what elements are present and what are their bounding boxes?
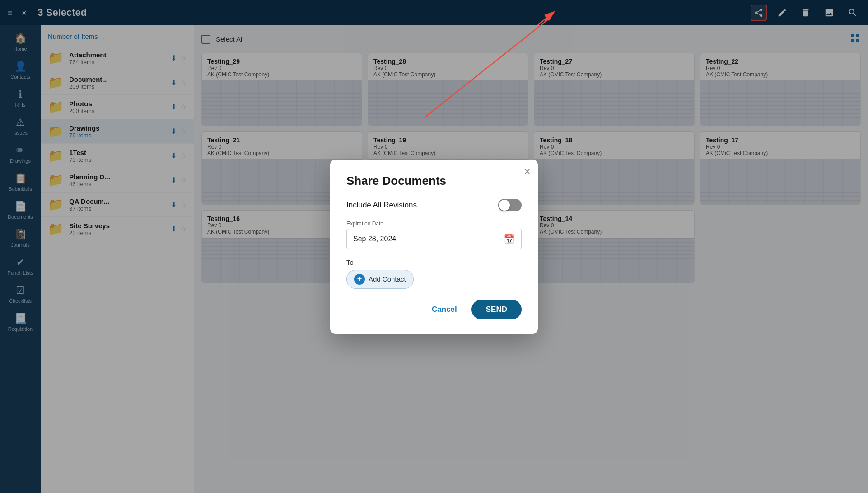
modal-title: Share Documents xyxy=(346,174,522,188)
expiration-date-field[interactable]: Sep 28, 2024 📅 xyxy=(346,229,522,249)
modal-close-button[interactable]: ✕ xyxy=(524,167,531,177)
to-section: To + Add Contact xyxy=(346,258,522,289)
include-all-revisions-row: Include All Revisions xyxy=(346,199,522,211)
add-contact-button[interactable]: + Add Contact xyxy=(346,270,414,289)
send-button[interactable]: SEND xyxy=(471,300,522,319)
to-label: To xyxy=(346,258,522,266)
expiration-date-container: Expiration Date Sep 28, 2024 📅 xyxy=(346,221,522,249)
add-contact-label: Add Contact xyxy=(369,275,406,283)
toggle-knob xyxy=(499,200,510,211)
expiration-date-label: Expiration Date xyxy=(346,221,522,227)
include-all-revisions-toggle[interactable] xyxy=(498,199,522,211)
modal-actions: Cancel SEND xyxy=(346,300,522,319)
expiration-date-value: Sep 28, 2024 xyxy=(353,235,396,243)
share-documents-modal: ✕ Share Documents Include All Revisions … xyxy=(330,160,538,334)
include-all-revisions-label: Include All Revisions xyxy=(346,201,417,210)
cancel-button[interactable]: Cancel xyxy=(425,301,464,318)
modal-overlay[interactable]: ✕ Share Documents Include All Revisions … xyxy=(0,0,868,493)
add-contact-plus-icon: + xyxy=(354,274,365,285)
calendar-icon: 📅 xyxy=(504,234,515,244)
